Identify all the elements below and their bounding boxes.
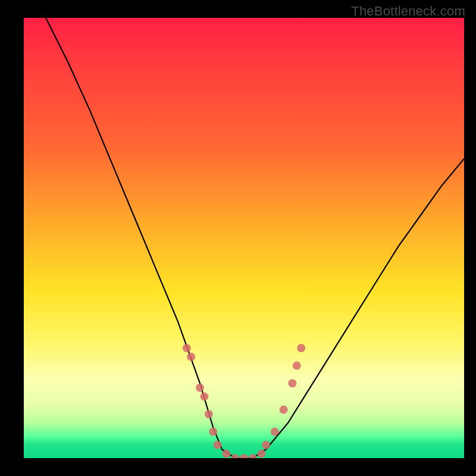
highlight-dots xyxy=(183,344,305,458)
bottleneck-curve xyxy=(24,18,464,458)
highlight-dot xyxy=(209,428,217,436)
highlight-dot xyxy=(214,441,222,449)
chart-frame: TheBottleneck.com xyxy=(0,0,476,476)
highlight-dot xyxy=(293,362,301,370)
highlight-dot xyxy=(196,384,204,392)
highlight-dot xyxy=(262,441,270,449)
highlight-dot xyxy=(288,379,296,387)
curve-line xyxy=(46,18,464,458)
highlight-dot xyxy=(249,454,257,458)
highlight-dot xyxy=(222,450,230,458)
plot-area xyxy=(24,18,464,458)
highlight-dot xyxy=(240,454,248,458)
highlight-dot xyxy=(187,353,195,361)
highlight-dot xyxy=(297,344,305,352)
highlight-dot xyxy=(205,410,213,418)
watermark-text: TheBottleneck.com xyxy=(351,4,465,19)
highlight-dot xyxy=(231,454,239,458)
highlight-dot xyxy=(183,344,191,352)
highlight-dot xyxy=(200,392,208,400)
highlight-dot xyxy=(271,428,279,436)
highlight-dot xyxy=(258,450,266,458)
highlight-dot xyxy=(280,406,288,414)
